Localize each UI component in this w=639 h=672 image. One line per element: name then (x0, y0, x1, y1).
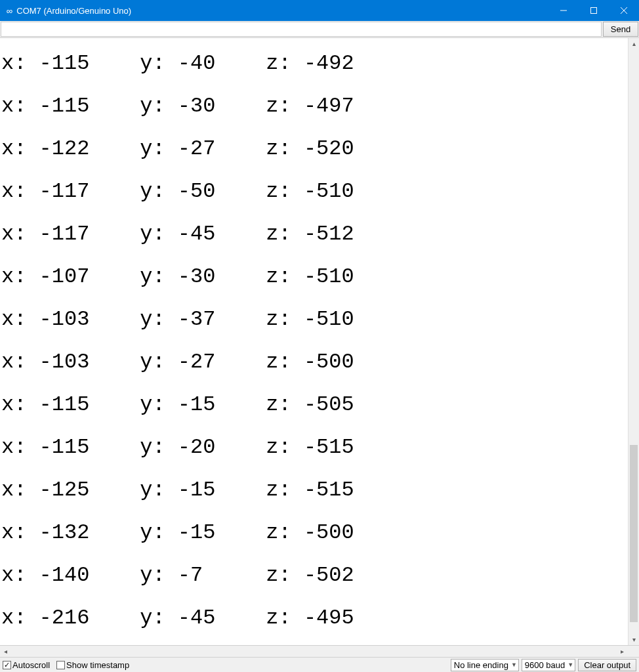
serial-input[interactable] (2, 23, 600, 36)
scroll-corner (628, 646, 639, 657)
send-button[interactable]: Send (603, 22, 638, 37)
toolbar: Send (0, 21, 639, 38)
baud-select[interactable]: 9600 baud ▼ (522, 659, 575, 671)
clear-output-button[interactable]: Clear output (578, 659, 636, 671)
svg-rect-1 (591, 8, 597, 14)
checkbox-box[interactable] (56, 661, 65, 669)
titlebar: ∞ COM7 (Arduino/Genuino Uno) (0, 0, 639, 21)
close-button[interactable] (609, 0, 639, 21)
horizontal-scrollbar[interactable]: ◂ ▸ (0, 646, 639, 658)
vertical-scrollbar[interactable]: ▴ ▾ (628, 38, 639, 645)
checkbox-box[interactable]: ✓ (3, 661, 11, 669)
scroll-left-arrow-icon[interactable]: ◂ (0, 646, 11, 657)
minimize-button[interactable] (548, 0, 579, 21)
baud-value: 9600 baud (525, 660, 565, 670)
show-timestamp-checkbox[interactable]: Show timestamp (56, 660, 129, 670)
autoscroll-label: Autoscroll (12, 660, 50, 670)
line-ending-select[interactable]: No line ending ▼ (451, 659, 519, 671)
scroll-up-arrow-icon[interactable]: ▴ (629, 38, 639, 49)
chevron-down-icon: ▼ (511, 662, 517, 668)
statusbar: ✓ Autoscroll Show timestamp No line endi… (0, 658, 639, 672)
scroll-thumb[interactable] (630, 445, 638, 622)
arduino-icon: ∞ (7, 6, 12, 16)
window-title: COM7 (Arduino/Genuino Uno) (16, 6, 131, 16)
show-timestamp-label: Show timestamp (66, 660, 129, 670)
chevron-down-icon: ▼ (567, 662, 573, 668)
serial-output: x: -115 y: -40 z: -492 x: -115 y: -30 z:… (0, 38, 628, 645)
scroll-down-arrow-icon[interactable]: ▾ (629, 634, 639, 645)
serial-input-wrap (1, 22, 602, 37)
hscroll-track[interactable] (11, 646, 617, 657)
maximize-button[interactable] (579, 0, 609, 21)
output-area: x: -115 y: -40 z: -492 x: -115 y: -30 z:… (0, 38, 639, 646)
line-ending-value: No line ending (454, 660, 508, 670)
autoscroll-checkbox[interactable]: ✓ Autoscroll (3, 660, 50, 670)
scroll-right-arrow-icon[interactable]: ▸ (617, 646, 628, 657)
